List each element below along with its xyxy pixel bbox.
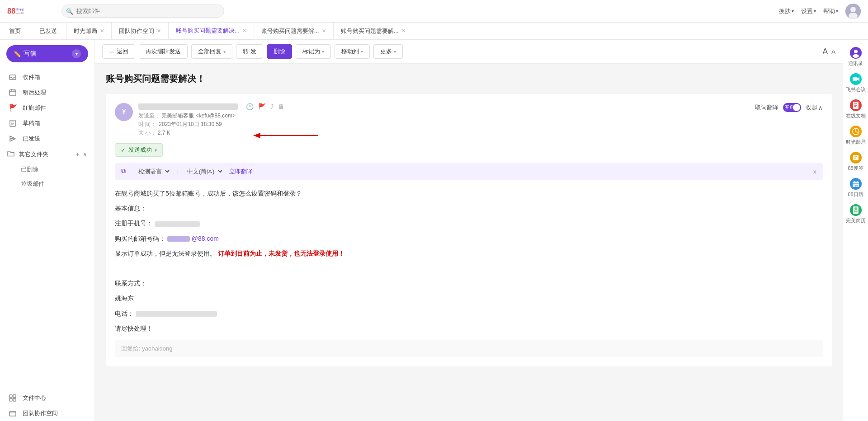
sidebar-item-team-space[interactable]: 团队协作空间 bbox=[2, 406, 93, 421]
sidebar-item-later[interactable]: 稍后处理 bbox=[2, 85, 93, 100]
detect-language-select[interactable]: 检测语言 bbox=[135, 167, 171, 176]
toolbar: ← 返回 再次编辑发送 全部回复 ▾ 转 发 删除 标记为 ▾ 移动到 bbox=[95, 40, 843, 64]
sidebar-item-file-center[interactable]: 文件中心 bbox=[2, 390, 93, 406]
tab-bar: 首页 已发送 时光邮局 ✕ 团队协作空间 ✕ 账号购买问题需要解决... ✕ 账… bbox=[0, 23, 868, 40]
tab-email3-close[interactable]: ✕ bbox=[401, 28, 406, 34]
more-button[interactable]: 更多 ▾ bbox=[373, 44, 403, 59]
avatar[interactable] bbox=[845, 4, 861, 19]
body-spacer bbox=[115, 263, 823, 274]
svg-point-26 bbox=[853, 54, 859, 58]
sidebar: ✏️ 写信 ▾ 收件箱 稍后处理 🚩 红旗邮件 草稿箱 bbox=[0, 40, 95, 421]
move-to-button[interactable]: 移动到 ▾ bbox=[335, 44, 370, 59]
sidebar-item-spam[interactable]: 垃圾邮件 bbox=[0, 177, 94, 191]
translation-close-button[interactable]: x bbox=[813, 168, 816, 175]
back-button[interactable]: ← 返回 bbox=[102, 44, 135, 59]
skin-button[interactable]: 换肤 ▾ bbox=[779, 7, 794, 15]
email-card: Y 🕐 🚩 ⤴ 🖥 发送至： bbox=[106, 94, 832, 366]
right-tool-meeting[interactable]: 飞书会议 bbox=[844, 70, 867, 96]
header-actions: 换肤 ▾ 设置 ▾ 帮助 ▾ bbox=[779, 4, 861, 19]
skin-chevron-icon: ▾ bbox=[792, 9, 794, 14]
sender-name-blur bbox=[138, 103, 238, 110]
sidebar-item-sent[interactable]: 已发送 bbox=[2, 131, 93, 146]
right-tool-resume[interactable]: 完美简历 bbox=[844, 201, 867, 227]
meeting-icon bbox=[850, 73, 862, 85]
logo-icon: 88 完美邮箱 www.88.com bbox=[7, 3, 24, 19]
reply-all-button[interactable]: 全部回复 ▾ bbox=[191, 44, 232, 59]
right-tool-timebox[interactable]: 时光邮局 bbox=[844, 123, 867, 148]
font-size-large-button[interactable]: A bbox=[822, 47, 828, 56]
collapse-button[interactable]: 收起 ∧ bbox=[806, 103, 823, 112]
font-size-small-button[interactable]: A bbox=[831, 48, 835, 55]
svg-rect-28 bbox=[853, 77, 857, 81]
tab-home[interactable]: 首页 bbox=[0, 23, 30, 40]
translate-now-link[interactable]: 立即翻译 bbox=[229, 168, 253, 176]
translate-section: 取词翻译 开启 收起 ∧ bbox=[755, 103, 823, 112]
tab-timebox-close[interactable]: ✕ bbox=[100, 28, 104, 34]
svg-text:www.88.com: www.88.com bbox=[16, 12, 24, 14]
monitor-icon[interactable]: 🖥 bbox=[278, 103, 284, 110]
sidebar-item-inbox[interactable]: 收件箱 bbox=[2, 70, 93, 85]
reply-box[interactable]: 回复给: yaohaidong bbox=[115, 340, 823, 357]
collapse-folder-icon[interactable]: ∧ bbox=[83, 151, 87, 158]
body-line10: 电话： bbox=[115, 308, 823, 319]
bookmark-icon[interactable]: 🚩 bbox=[258, 103, 266, 110]
mark-as-button[interactable]: 标记为 ▾ bbox=[296, 44, 331, 59]
email-body: 在靓号商城购买了5位邮箱账号，成功后，该怎么设置密码和登录？ 基本信息： 注册手… bbox=[115, 186, 823, 340]
right-tool-calendar[interactable]: 10 88日历 bbox=[844, 175, 867, 201]
translate-toggle[interactable]: 开启 bbox=[783, 103, 801, 112]
target-language-select[interactable]: 中文(简体) bbox=[184, 167, 224, 176]
share-icon[interactable]: ⤴ bbox=[270, 103, 274, 110]
send-success-badge[interactable]: ✓ 发送成功 ▾ bbox=[115, 143, 163, 157]
more-arrow-icon: ▾ bbox=[394, 49, 396, 54]
right-tool-contacts[interactable]: 通讯录 bbox=[844, 44, 867, 70]
right-tool-docs[interactable]: 在线文档 bbox=[844, 97, 867, 122]
reply-all-arrow-icon: ▾ bbox=[223, 49, 226, 54]
header: 88 完美邮箱 www.88.com 🔍 换肤 ▾ 设置 ▾ 帮助 ▾ bbox=[0, 0, 868, 23]
clock-icon bbox=[9, 89, 18, 96]
search-input[interactable] bbox=[61, 5, 224, 18]
time-icon[interactable]: 🕐 bbox=[246, 103, 254, 110]
tab-timebox[interactable]: 时光邮局 ✕ bbox=[66, 23, 112, 40]
body-line4: 注册手机号： bbox=[115, 218, 823, 229]
tab-email3[interactable]: 账号购买问题需要解... ✕ bbox=[334, 23, 413, 40]
tab-sent[interactable]: 已发送 bbox=[30, 23, 66, 40]
svg-rect-18 bbox=[13, 398, 16, 401]
logo: 88 完美邮箱 www.88.com bbox=[7, 3, 52, 19]
right-sidebar: 通讯录 飞书会议 在线文档 bbox=[843, 40, 868, 421]
tab-email2[interactable]: 账号购买问题需要解... ✕ bbox=[254, 23, 334, 40]
time-line: 时 间： 2023年01月10日 18:30:59 bbox=[138, 121, 750, 128]
calendar-icon: 10 bbox=[850, 178, 862, 190]
size-line: 大 小： 2.7 K bbox=[138, 129, 750, 137]
body-line6: 显示订单成功，但是无法登录使用。 订单到目前为止，未发货，也无法登录使用！ bbox=[115, 248, 823, 259]
tab-email1-close[interactable]: ✕ bbox=[242, 28, 246, 33]
tab-email1[interactable]: 账号购买问题需要解决... ✕ bbox=[169, 23, 254, 40]
help-button[interactable]: 帮助 ▾ bbox=[823, 7, 838, 15]
sidebar-item-other-folders[interactable]: 其它文件夹 + ∧ bbox=[0, 146, 94, 162]
email-meta-info: 🕐 🚩 ⤴ 🖥 发送至： 完美邮箱客服 <kefu@88.com> 时 间： bbox=[138, 103, 750, 137]
check-icon: ✓ bbox=[121, 147, 126, 154]
tab-email2-close[interactable]: ✕ bbox=[322, 28, 326, 34]
body-line9: 姚海东 bbox=[115, 293, 823, 304]
resend-button[interactable]: 再次编辑发送 bbox=[139, 44, 188, 59]
mark-as-arrow-icon: ▾ bbox=[322, 49, 324, 54]
compose-button[interactable]: ✏️ 写信 ▾ bbox=[6, 45, 88, 62]
inbox-icon bbox=[9, 74, 18, 81]
sidebar-item-draft[interactable]: 草稿箱 bbox=[2, 116, 93, 131]
translation-bar: ⧉ 检测语言 | 中文(简体) 立即翻译 x bbox=[115, 163, 823, 180]
right-tool-notes[interactable]: 88便签 bbox=[844, 149, 867, 174]
email-account-link[interactable]: @88.com bbox=[192, 235, 219, 242]
tab-team-close[interactable]: ✕ bbox=[157, 28, 161, 34]
tab-team[interactable]: 团队协作空间 ✕ bbox=[112, 23, 169, 40]
svg-rect-16 bbox=[13, 395, 16, 398]
resume-icon bbox=[850, 204, 862, 216]
sender-name-row: 🕐 🚩 ⤴ 🖥 bbox=[138, 103, 750, 110]
file-center-icon bbox=[9, 394, 18, 402]
forward-button[interactable]: 转 发 bbox=[236, 44, 263, 59]
compose-arrow-icon: ▾ bbox=[72, 49, 81, 58]
add-folder-icon[interactable]: + bbox=[75, 151, 79, 158]
settings-button[interactable]: 设置 ▾ bbox=[801, 7, 816, 15]
sidebar-item-deleted[interactable]: 已删除 bbox=[0, 162, 94, 177]
svg-text:完美邮箱: 完美邮箱 bbox=[16, 8, 24, 11]
delete-button[interactable]: 删除 bbox=[267, 44, 292, 59]
sidebar-item-redflag[interactable]: 🚩 红旗邮件 bbox=[2, 100, 93, 116]
